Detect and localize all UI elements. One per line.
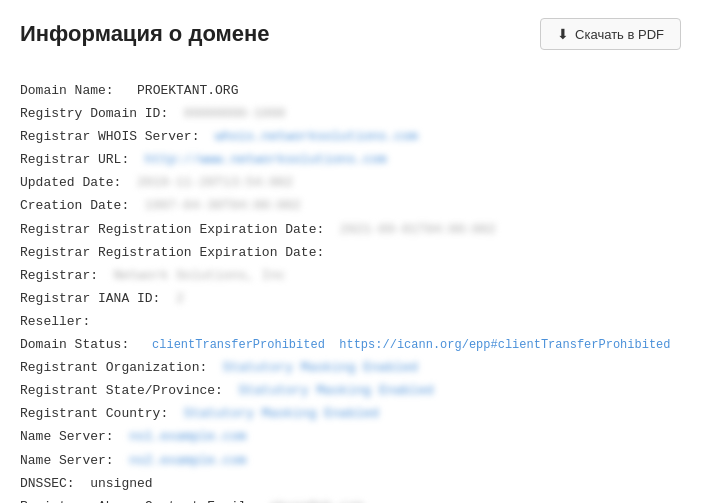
creation-date-label: Creation Date: bbox=[20, 198, 129, 213]
nameserver1-value: ns1.example.com bbox=[129, 426, 246, 448]
download-button-label: Скачать в PDF bbox=[575, 27, 664, 42]
registrant-state-line: Registrant State/Province: Statutory Mas… bbox=[20, 380, 681, 402]
updated-date-value: 2019-11-20T13:54:002 bbox=[137, 172, 293, 194]
iana-label: Registrar IANA ID: bbox=[20, 291, 160, 306]
registrant-org-label: Registrant Organization: bbox=[20, 360, 207, 375]
abuse-email-label: Registrar Abuse Contact Email: bbox=[20, 499, 254, 503]
abuse-email-value: abuse@ab.com bbox=[270, 496, 364, 503]
registrar-whois-line: Registrar WHOIS Server: whois.networksol… bbox=[20, 126, 681, 148]
whois-block: Domain Name: PROEKTANT.ORG Registry Doma… bbox=[20, 80, 681, 503]
abuse-email-line: Registrar Abuse Contact Email: abuse@ab.… bbox=[20, 496, 681, 503]
nameserver2-label: Name Server: bbox=[20, 453, 114, 468]
nameserver1-label: Name Server: bbox=[20, 429, 114, 444]
expiration-date-value1: 2021-09-01T04:00:002 bbox=[340, 219, 496, 241]
registrant-state-label: Registrant State/Province: bbox=[20, 383, 223, 398]
nameserver2-value: ns2.example.com bbox=[129, 450, 246, 472]
registry-id-line: Registry Domain ID: 00000000-1000 bbox=[20, 103, 681, 125]
registrant-org-value: Statutory Masking Enabled bbox=[223, 357, 418, 379]
registrar-url-line: Registrar URL: http://www.networksolutio… bbox=[20, 149, 681, 171]
domain-name-label: Domain Name: bbox=[20, 83, 114, 98]
expiration-date-line1: Registrar Registration Expiration Date: … bbox=[20, 219, 681, 241]
nameserver2-line: Name Server: ns2.example.com bbox=[20, 450, 681, 472]
dnssec-label: DNSSEC: bbox=[20, 476, 75, 491]
download-pdf-button[interactable]: ⬇ Скачать в PDF bbox=[540, 18, 681, 50]
domain-status-line: Domain Status: clientTransferProhibited … bbox=[20, 334, 681, 356]
registrant-country-value: Statutory Masking Enabled bbox=[184, 403, 379, 425]
reseller-line: Reseller: bbox=[20, 311, 681, 333]
expiration-date-label1: Registrar Registration Expiration Date: bbox=[20, 222, 324, 237]
domain-status-value[interactable]: clientTransferProhibited https://icann.o… bbox=[145, 338, 671, 352]
reseller-label: Reseller: bbox=[20, 314, 90, 329]
expiration-date-line2: Registrar Registration Expiration Date: bbox=[20, 242, 681, 264]
registrar-whois-label: Registrar WHOIS Server: bbox=[20, 129, 199, 144]
iana-line: Registrar IANA ID: 2 bbox=[20, 288, 681, 310]
creation-date-line: Creation Date: 1997-04-30T04:00:002 bbox=[20, 195, 681, 217]
download-icon: ⬇ bbox=[557, 26, 569, 42]
domain-name-line: Domain Name: PROEKTANT.ORG bbox=[20, 80, 681, 102]
domain-status-label: Domain Status: bbox=[20, 337, 129, 352]
nameserver1-line: Name Server: ns1.example.com bbox=[20, 426, 681, 448]
registrar-url-value: http://www.networksolutions.com bbox=[145, 149, 387, 171]
updated-date-line: Updated Date: 2019-11-20T13:54:002 bbox=[20, 172, 681, 194]
iana-value: 2 bbox=[176, 288, 184, 310]
registrar-value: Network Solutions, Inc bbox=[114, 265, 286, 287]
dnssec-line: DNSSEC: unsigned bbox=[20, 473, 681, 495]
dnssec-value: unsigned bbox=[90, 476, 152, 491]
creation-date-value: 1997-04-30T04:00:002 bbox=[145, 195, 301, 217]
registrant-country-line: Registrant Country: Statutory Masking En… bbox=[20, 403, 681, 425]
updated-date-label: Updated Date: bbox=[20, 175, 121, 190]
domain-name-value: PROEKTANT.ORG bbox=[137, 83, 238, 98]
registrar-line: Registrar: Network Solutions, Inc bbox=[20, 265, 681, 287]
registrant-country-label: Registrant Country: bbox=[20, 406, 168, 421]
registry-id-value: 00000000-1000 bbox=[184, 103, 285, 125]
registrant-org-line: Registrant Organization: Statutory Maski… bbox=[20, 357, 681, 379]
page-title: Информация о домене bbox=[20, 21, 270, 47]
registrant-state-value: Statutory Masking Enabled bbox=[238, 380, 433, 402]
main-container: Информация о домене ⬇ Скачать в PDF Doma… bbox=[0, 0, 701, 503]
registrar-url-label: Registrar URL: bbox=[20, 152, 129, 167]
expiration-date-label2: Registrar Registration Expiration Date: bbox=[20, 245, 324, 260]
header: Информация о домене ⬇ Скачать в PDF bbox=[20, 18, 681, 60]
registrar-whois-value: whois.networksolutions.com bbox=[215, 126, 418, 148]
registrar-label: Registrar: bbox=[20, 268, 98, 283]
registry-id-label: Registry Domain ID: bbox=[20, 106, 168, 121]
